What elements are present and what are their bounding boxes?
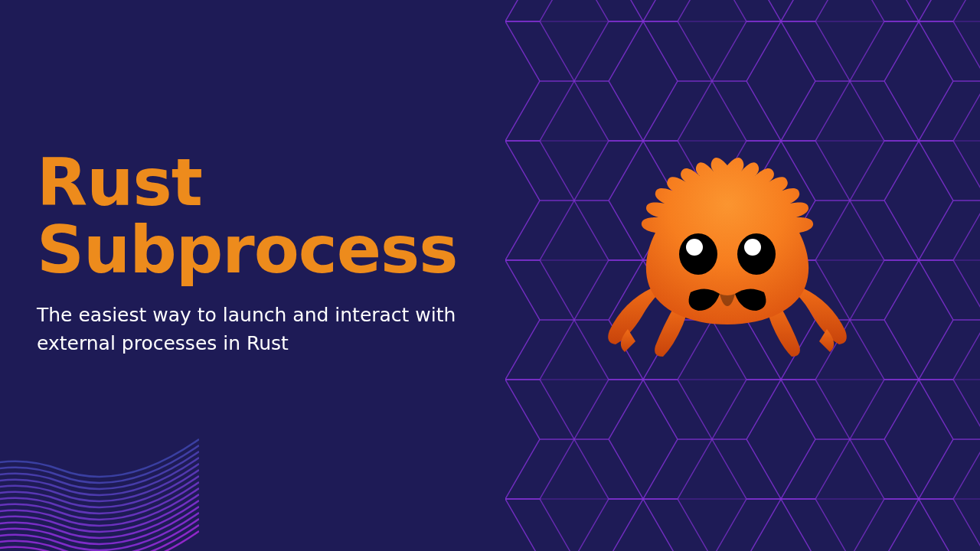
svg-point-10 [744,239,761,256]
wave-lines-decoration [0,406,199,551]
hero-content: Rust Subprocess The easiest way to launc… [37,149,496,357]
svg-point-9 [686,239,703,256]
title-line-2: Subprocess [37,211,457,288]
ferris-crab-icon [582,138,873,367]
page-title: Rust Subprocess [37,149,496,283]
page-subtitle: The easiest way to launch and interact w… [37,302,496,357]
title-line-1: Rust [37,144,202,220]
